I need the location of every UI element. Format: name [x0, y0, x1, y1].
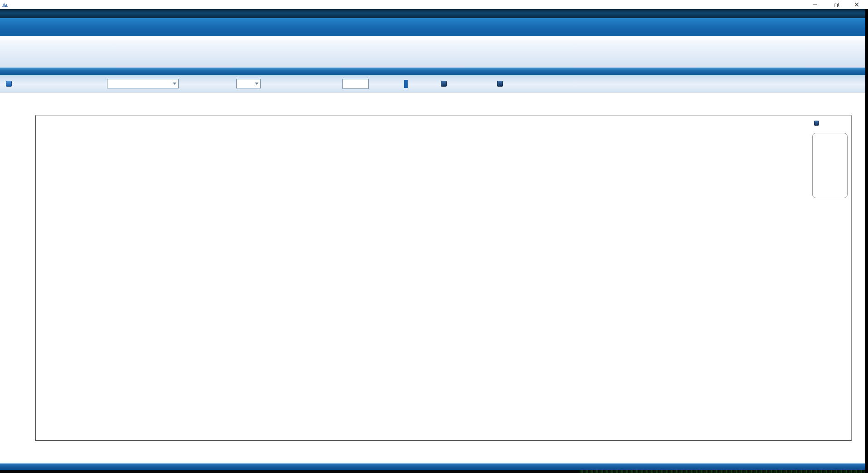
chevron-down-icon [173, 83, 176, 85]
show-background-checkbox[interactable] [814, 121, 819, 126]
minimize-button[interactable] [807, 0, 823, 9]
indicator-select[interactable] [107, 79, 179, 88]
layer-select[interactable] [236, 79, 261, 88]
bottom-edge-pattern [580, 470, 868, 473]
inout-flow-checkbox[interactable] [497, 81, 503, 87]
custom-colormap-button[interactable] [404, 80, 408, 88]
interval-input[interactable] [342, 79, 369, 89]
temperature-map [36, 116, 852, 441]
close-button[interactable]: × [848, 0, 865, 9]
close-graphic-checkbox[interactable] [6, 81, 12, 87]
app-icon [2, 1, 8, 8]
chevron-down-icon [255, 83, 258, 85]
close-icon: × [854, 0, 860, 9]
ribbon-top-band [0, 9, 865, 18]
status-bar [0, 463, 865, 470]
run-toolbar [0, 36, 865, 68]
ribbon-tab-bar [0, 18, 865, 36]
show-grid-checkbox[interactable] [441, 81, 447, 87]
realtime-display-header [0, 68, 865, 75]
restore-icon [834, 3, 838, 7]
realtime-controls-row [0, 75, 865, 93]
title-bar: × [0, 0, 868, 9]
minimize-icon [813, 5, 817, 5]
legend-gradient-bar [816, 137, 827, 195]
color-legend [812, 133, 848, 198]
right-edge-strip [865, 9, 868, 473]
application-window: × [0, 0, 868, 473]
restore-button[interactable] [828, 0, 844, 9]
